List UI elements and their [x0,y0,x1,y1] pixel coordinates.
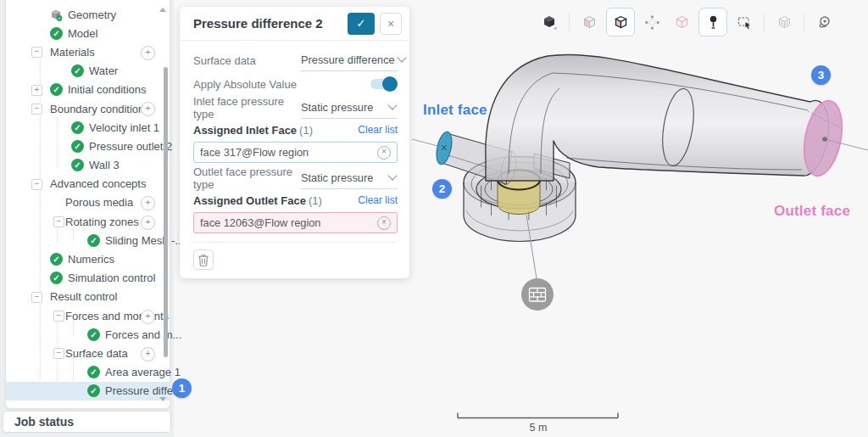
inlet-face-label: Inlet face [423,102,487,119]
clear-inlet-list-link[interactable]: Clear list [358,124,398,136]
tree-item-label: Advanced concepts [50,177,146,190]
tree-item-pressure-outlet-2[interactable]: ✓ Pressure outlet 2 [6,137,170,155]
step-badge-3: 3 [811,65,831,85]
surface-data-label: Surface data [193,54,301,67]
tree-item-model[interactable]: ✓ Model [6,24,170,42]
tree-item-velocity-inlet-1[interactable]: ✓ Velocity inlet 1 [6,118,170,137]
tree-item-label: Pressure diffe... [105,384,182,397]
outlet-face-chip[interactable]: face 12063@Flow region × [193,212,398,233]
tree-item-initial-conditions[interactable]: + ✓ Initial conditions [6,81,170,99]
tree-item-label: Sliding Mesh -... [105,234,184,247]
add-icon[interactable]: + [141,347,155,361]
assigned-outlet-face-row: Assigned Outlet Face(1) Clear list [193,190,398,210]
tree-item-surface-data[interactable]: − Surface data + [6,344,170,362]
tree-scrollbar[interactable] [164,67,168,357]
box-select-icon [737,14,753,31]
collapse-icon[interactable]: − [31,104,42,115]
surface-data-select[interactable]: Pressure difference [301,53,398,71]
outlet-face-chip-value: face 12063@Flow region [200,216,377,229]
remove-outlet-face-icon[interactable]: × [377,216,391,230]
view-cube-button[interactable] [537,9,562,35]
toolbar-separator [569,13,570,31]
scroll-down-arrow[interactable] [159,397,166,401]
collapse-icon[interactable]: − [31,179,42,190]
remove-inlet-face-icon[interactable]: × [377,146,391,160]
add-icon[interactable]: + [141,102,155,116]
chevron-down-icon [397,53,406,62]
add-icon[interactable]: + [141,196,155,210]
outlet-pressure-type-select[interactable]: Static pressure [301,171,398,189]
cube-wireframe-icon [674,14,690,31]
inlet-leader-line [412,139,441,147]
inlet-face-chip[interactable]: face 317@Flow region × [193,142,398,163]
assigned-inlet-face-row: Assigned Inlet Face(1) Clear list [193,120,398,140]
tree-item-label: Model [68,27,97,40]
clear-outlet-list-link[interactable]: Clear list [358,194,398,206]
tree-item-forces-and-moments[interactable]: − Forces and moments + [6,306,170,325]
delete-button[interactable] [193,249,214,270]
tree-item-water[interactable]: ✓ Water [6,62,170,81]
tree-item-result-control[interactable]: − Result control [6,288,170,306]
tree-item-boundary-conditions[interactable]: − Boundary conditions + [6,99,170,118]
panel-footer [193,242,398,270]
close-button[interactable]: × [380,13,402,35]
tree-item-label: Materials [50,46,95,59]
tree-item-rotating-zones[interactable]: − Rotating zones + [6,212,170,231]
transparent-surfaces-button[interactable] [576,9,602,35]
collapse-icon[interactable]: − [53,311,64,322]
wireframe-button[interactable] [669,9,694,35]
probe-point-button[interactable] [698,8,727,36]
fit-view-button[interactable] [639,9,665,35]
add-icon[interactable]: + [141,310,155,324]
box-select-button[interactable] [732,9,757,35]
tree-item-forces-and-m[interactable]: ✓ Forces and m... [6,325,170,344]
tree-item-label: Area average 1 [105,366,181,378]
toggle-knob [382,76,398,92]
collapse-icon[interactable]: − [53,216,64,227]
tree-item-wall-3[interactable]: ✓ Wall 3 [6,156,170,175]
tree-item-sliding-mesh[interactable]: ✓ Sliding Mesh -... [6,231,170,249]
scale-bar-label: 5 m [458,422,619,434]
solid-surfaces-button[interactable] [606,8,635,36]
add-icon[interactable]: + [141,46,155,60]
tree-item-simulation-control[interactable]: ✓ Simulation control [6,269,170,288]
inlet-face-count: (1) [299,124,313,137]
absolute-value-toggle[interactable] [370,79,396,89]
tree-item-area-average-1[interactable]: ✓ Area average 1 [6,363,170,382]
toolbar-separator [804,13,804,31]
collapse-icon[interactable]: − [53,348,64,359]
tree-item-label: Wall 3 [89,159,120,171]
mesh-cube-icon [776,14,793,31]
outlet-pressure-type-row: Outlet face pressure type Static pressur… [193,166,398,190]
expand-icon[interactable]: + [31,85,42,96]
inlet-pressure-type-select[interactable]: Static pressure [301,101,398,119]
tree-item-advanced-concepts[interactable]: − Advanced concepts [6,175,170,193]
measure-tape-icon [816,14,832,31]
tree-item-pressure-difference[interactable]: ✓ Pressure diffe... [6,382,170,401]
check-ok-icon: ✓ [71,121,84,134]
add-icon[interactable]: + [141,216,155,230]
geometry-icon [50,8,63,21]
cube-transparent-icon [581,14,598,31]
measure-button[interactable] [811,9,837,35]
collapse-icon[interactable]: − [31,292,42,303]
tree-item-porous-media[interactable]: Porous media + [6,193,170,212]
tree-item-geometry[interactable]: Geometry [6,5,170,24]
scroll-up-arrow[interactable] [159,8,166,12]
probe-point-icon [705,14,721,31]
check-ok-icon: ✓ [50,272,63,284]
apply-button[interactable]: ✓ [348,13,375,35]
collapse-icon[interactable]: − [31,47,42,58]
tree-item-label: Initial conditions [68,83,147,96]
outlet-pressure-type-value: Static pressure [301,171,386,184]
mesh-view-button[interactable] [771,9,797,35]
pipe-elbow[interactable] [486,54,829,181]
job-status-bar[interactable]: Job status [3,411,171,433]
tree-item-label: Boundary conditions [50,103,150,115]
tree-item-label: Simulation control [68,272,155,284]
tree-item-label: Pressure outlet 2 [89,140,172,153]
simulation-tree-panel: Geometry ✓ Model − Materials + ✓ Water +… [5,0,170,409]
tree-item-materials[interactable]: − Materials + [6,42,170,61]
material-point-marker[interactable] [521,278,554,311]
tree-item-numerics[interactable]: ✓ Numerics [6,249,170,268]
